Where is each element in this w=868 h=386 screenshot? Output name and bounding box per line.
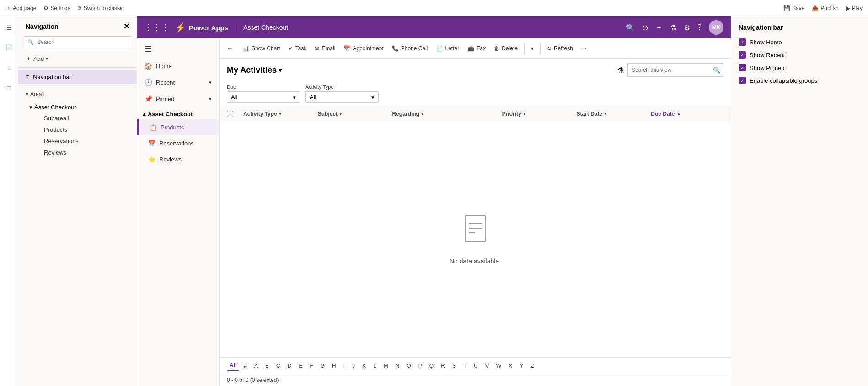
settings-icon-header[interactable]: ⚙ xyxy=(684,23,690,32)
refresh-btn[interactable]: ↻ Refresh xyxy=(543,43,577,54)
col-start-date[interactable]: Start Date ▾ xyxy=(574,111,649,117)
checkbox-item-0[interactable]: ✓ Show Home xyxy=(739,38,861,46)
top-bar-right: 💾 Save 📤 Publish ▶ Play xyxy=(783,5,863,11)
nav-icon active[interactable]: ≡ xyxy=(2,60,16,75)
page-letter-j[interactable]: J xyxy=(349,361,358,370)
page-letter-f[interactable]: F xyxy=(307,361,316,370)
page-letter-r[interactable]: R xyxy=(438,361,448,370)
view-title-chevron[interactable]: ▾ xyxy=(279,66,282,74)
checkbox-item-1[interactable]: ✓ Show Recent xyxy=(739,51,861,59)
search-icon-header[interactable]: 🔍 xyxy=(626,23,635,32)
components-icon[interactable]: □ xyxy=(2,80,16,95)
page-letter-w[interactable]: W xyxy=(493,361,504,370)
checkbox-box-1[interactable]: ✓ xyxy=(739,51,746,59)
hamburger-icon[interactable]: ☰ xyxy=(2,20,16,35)
mid-nav-reservations[interactable]: 📅 Reservations xyxy=(137,135,219,151)
mid-nav-recent[interactable]: 🕐 Recent ▾ xyxy=(137,74,219,91)
col-subject[interactable]: Subject ▾ xyxy=(316,111,391,117)
nav-sub-item-reservations[interactable]: Reservations xyxy=(40,135,129,147)
task-btn[interactable]: ✓ Task xyxy=(285,43,311,54)
page-letter-u[interactable]: U xyxy=(471,361,481,370)
delete-btn[interactable]: 🗑 Delete xyxy=(490,43,521,54)
publish-btn[interactable]: 📤 Publish xyxy=(812,5,838,11)
mid-nav-pinned[interactable]: 📌 Pinned ▾ xyxy=(137,91,219,107)
save-btn[interactable]: 💾 Save xyxy=(783,5,804,11)
col-due-date[interactable]: Due Date ▲ xyxy=(649,111,723,117)
fax-btn[interactable]: 📠 Fax xyxy=(464,43,489,54)
page-letter-n[interactable]: N xyxy=(393,361,402,370)
email-btn[interactable]: ✉ Email xyxy=(311,43,339,54)
add-page-btn[interactable]: ＋ Add page xyxy=(5,4,36,12)
mid-nav-products[interactable]: 📋 Products xyxy=(137,119,219,135)
nav-area1-header[interactable]: ▾ Area1 xyxy=(26,91,129,97)
play-btn[interactable]: ▶ Play xyxy=(846,5,863,11)
question-icon-header[interactable]: ? xyxy=(697,23,702,32)
page-letter-all[interactable]: All xyxy=(227,361,239,371)
mid-nav-home[interactable]: 🏠 Home xyxy=(137,58,219,74)
view-search-btn[interactable]: 🔍 xyxy=(710,64,723,76)
page-letter-l[interactable]: L xyxy=(370,361,379,370)
filter-icon-header[interactable]: ⚗ xyxy=(670,23,676,32)
view-filter-icon[interactable]: ⚗ xyxy=(617,66,624,75)
nav-navigation-bar-item[interactable]: ≡ Navigation bar xyxy=(18,70,137,84)
col-regarding[interactable]: Regarding ▾ xyxy=(391,111,500,117)
checkbox-box-3[interactable]: ✓ xyxy=(739,77,746,84)
mid-nav-reviews[interactable]: ⭐ Reviews xyxy=(137,151,219,167)
checkbox-item-3[interactable]: ✓ Enable collapsible groups xyxy=(739,77,861,84)
show-chart-btn[interactable]: 📊 Show Chart xyxy=(239,43,284,54)
nav-search-input[interactable] xyxy=(24,36,131,48)
page-letter-g[interactable]: G xyxy=(318,361,327,370)
help-circle-icon[interactable]: ⊙ xyxy=(642,23,648,32)
view-search-input[interactable] xyxy=(628,64,710,75)
page-letter-x[interactable]: X xyxy=(506,361,515,370)
nav-close-btn[interactable]: ✕ xyxy=(123,22,129,31)
checkbox-box-0[interactable]: ✓ xyxy=(739,38,746,46)
page-letter-d[interactable]: D xyxy=(285,361,295,370)
more-btn[interactable]: ⋯ xyxy=(578,42,590,55)
filter-due-select[interactable]: All ▾ xyxy=(227,91,300,103)
page-letter-i[interactable]: I xyxy=(341,361,348,370)
mid-nav-asset-checkout-header[interactable]: ▴ Asset Checkout xyxy=(137,107,219,119)
dropdown-btn[interactable]: ▾ xyxy=(527,43,537,54)
page-letter-a[interactable]: A xyxy=(252,361,261,370)
page-letter-t[interactable]: T xyxy=(461,361,469,370)
page-letter-c[interactable]: C xyxy=(273,361,283,370)
back-btn[interactable]: ← xyxy=(223,42,236,55)
phone-call-btn[interactable]: 📞 Phone Call xyxy=(388,43,432,54)
page-letter-z[interactable]: Z xyxy=(528,361,536,370)
select-all-checkbox[interactable] xyxy=(227,111,233,117)
switch-classic-btn[interactable]: ⧉ Switch to classic xyxy=(78,5,124,11)
page-letter-m[interactable]: M xyxy=(381,361,391,370)
nav-sub-item-subarea1[interactable]: Subarea1 xyxy=(40,113,129,124)
user-avatar[interactable]: MK xyxy=(709,20,723,35)
page-letter-s[interactable]: S xyxy=(450,361,459,370)
page-letter-e[interactable]: E xyxy=(296,361,305,370)
page-letter-k[interactable]: K xyxy=(359,361,369,370)
due-date-sort-icon: ▲ xyxy=(676,111,681,116)
col-priority[interactable]: Priority ▾ xyxy=(500,111,575,117)
nav-sub-item-products[interactable]: Products xyxy=(40,124,129,135)
mid-nav-hamburger[interactable]: ☰ xyxy=(137,40,219,58)
page-letter-q[interactable]: Q xyxy=(427,361,436,370)
page-letter-b[interactable]: B xyxy=(263,361,272,370)
page-letter-p[interactable]: P xyxy=(416,361,425,370)
page-letter-o[interactable]: O xyxy=(404,361,414,370)
page-letter-y[interactable]: Y xyxy=(517,361,526,370)
page-letter-#[interactable]: # xyxy=(241,361,250,370)
settings-btn[interactable]: ⚙ Settings xyxy=(43,5,70,11)
page-letter-h[interactable]: H xyxy=(329,361,339,370)
pages-icon[interactable]: 📄 xyxy=(2,40,16,55)
filter-activity-type-select[interactable]: All ▾ xyxy=(305,91,379,103)
nav-divider-2 xyxy=(18,86,137,86)
grid-icon[interactable]: ⋮⋮⋮ xyxy=(145,22,169,32)
col-activity-type[interactable]: Activity Type ▾ xyxy=(241,111,316,117)
nav-add-btn[interactable]: ＋ Add ▾ xyxy=(18,52,137,65)
add-icon-header[interactable]: ＋ xyxy=(655,23,663,32)
checkbox-item-2[interactable]: ✓ Show Pinned xyxy=(739,64,861,71)
appointment-btn[interactable]: 📅 Appointment xyxy=(340,43,387,54)
nav-asset-checkout-header[interactable]: ▾ Asset Checkout xyxy=(29,102,129,113)
page-letter-v[interactable]: V xyxy=(482,361,492,370)
nav-sub-item-reviews[interactable]: Reviews xyxy=(40,147,129,158)
letter-btn[interactable]: 📄 Letter xyxy=(433,43,463,54)
checkbox-box-2[interactable]: ✓ xyxy=(739,64,746,71)
